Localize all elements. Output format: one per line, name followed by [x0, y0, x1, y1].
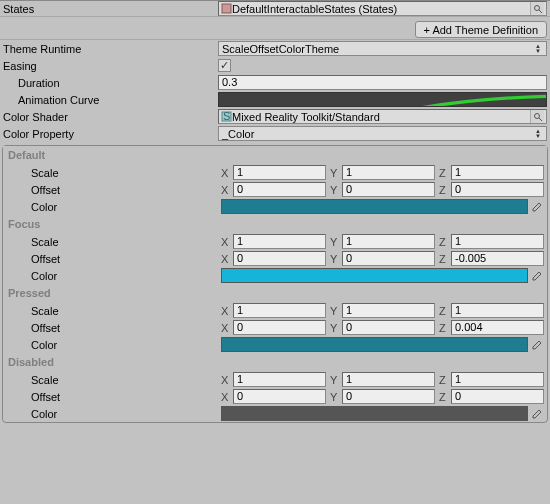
y-label: Y — [330, 184, 342, 196]
offset-y-field[interactable]: 0 — [342, 320, 435, 335]
scale-label: Scale — [6, 167, 221, 179]
offset-x-field[interactable]: 0 — [233, 389, 326, 404]
color-label: Color — [6, 201, 221, 213]
svg-line-6 — [539, 118, 542, 121]
states-asset-icon — [221, 3, 232, 14]
easing-checkbox[interactable]: ✓ — [218, 59, 231, 72]
y-label: Y — [330, 391, 342, 403]
offset-z-field[interactable]: -0.005 — [451, 251, 544, 266]
color-field[interactable] — [221, 199, 528, 214]
animation-curve-field[interactable] — [218, 92, 547, 107]
x-label: X — [221, 184, 233, 196]
scale-x-field[interactable]: 1 — [233, 372, 326, 387]
color-label: Color — [6, 270, 221, 282]
animation-curve-label: Animation Curve — [3, 94, 218, 106]
color-property-dropdown[interactable]: _Color ▲▼ — [218, 126, 547, 141]
theme-runtime-dropdown[interactable]: ScaleOffsetColorTheme ▲▼ — [218, 41, 547, 56]
z-label: Z — [439, 167, 451, 179]
eyedropper-icon[interactable] — [528, 408, 544, 420]
scale-label: Scale — [6, 305, 221, 317]
scale-x-field[interactable]: 1 — [233, 165, 326, 180]
color-shader-field[interactable]: S Mixed Reality Toolkit/Standard — [218, 109, 547, 124]
svg-text:S: S — [223, 111, 230, 122]
eyedropper-icon[interactable] — [528, 339, 544, 351]
x-label: X — [221, 391, 233, 403]
states-object-value: DefaultInteractableStates (States) — [232, 3, 530, 15]
object-picker-icon[interactable] — [530, 110, 544, 123]
color-field[interactable] — [221, 268, 528, 283]
scale-z-field[interactable]: 1 — [451, 165, 544, 180]
offset-z-field[interactable]: 0 — [451, 389, 544, 404]
y-label: Y — [330, 167, 342, 179]
scale-x-field[interactable]: 1 — [233, 303, 326, 318]
offset-x-field[interactable]: 0 — [233, 251, 326, 266]
offset-x-field[interactable]: 0 — [233, 320, 326, 335]
add-theme-definition-label: + Add Theme Definition — [424, 24, 538, 36]
y-label: Y — [330, 236, 342, 248]
duration-label: Duration — [3, 77, 218, 89]
scale-label: Scale — [6, 236, 221, 248]
shader-asset-icon: S — [221, 111, 232, 122]
offset-y-field[interactable]: 0 — [342, 182, 435, 197]
z-label: Z — [439, 236, 451, 248]
scale-y-field[interactable]: 1 — [342, 165, 435, 180]
states-label: States — [3, 3, 218, 15]
color-field[interactable] — [221, 406, 528, 421]
scale-z-field[interactable]: 1 — [451, 234, 544, 249]
x-label: X — [221, 236, 233, 248]
scale-y-field[interactable]: 1 — [342, 303, 435, 318]
y-label: Y — [330, 305, 342, 317]
checkmark-icon: ✓ — [220, 59, 229, 72]
duration-field[interactable]: 0.3 — [218, 75, 547, 90]
color-property-value: _Color — [222, 128, 533, 140]
offset-label: Offset — [6, 391, 221, 403]
scale-y-field[interactable]: 1 — [342, 372, 435, 387]
x-label: X — [221, 374, 233, 386]
svg-point-5 — [534, 113, 539, 118]
color-shader-label: Color Shader — [3, 111, 218, 123]
z-label: Z — [439, 253, 451, 265]
dropdown-arrow-icon: ▲▼ — [533, 129, 543, 139]
scale-z-field[interactable]: 1 — [451, 303, 544, 318]
x-label: X — [221, 167, 233, 179]
state-header-focus: Focus — [3, 215, 547, 233]
x-label: X — [221, 253, 233, 265]
y-label: Y — [330, 253, 342, 265]
x-label: X — [221, 305, 233, 317]
add-theme-definition-button[interactable]: + Add Theme Definition — [415, 21, 547, 38]
curve-icon — [219, 93, 546, 107]
svg-line-2 — [539, 10, 542, 13]
dropdown-arrow-icon: ▲▼ — [533, 44, 543, 54]
z-label: Z — [439, 305, 451, 317]
offset-z-field[interactable]: 0 — [451, 182, 544, 197]
state-header-disabled: Disabled — [3, 353, 547, 371]
offset-label: Offset — [6, 184, 221, 196]
offset-label: Offset — [6, 253, 221, 265]
scale-x-field[interactable]: 1 — [233, 234, 326, 249]
color-field[interactable] — [221, 337, 528, 352]
offset-x-field[interactable]: 0 — [233, 182, 326, 197]
states-object-field[interactable]: DefaultInteractableStates (States) — [218, 1, 547, 16]
svg-rect-0 — [222, 4, 231, 13]
offset-label: Offset — [6, 322, 221, 334]
offset-y-field[interactable]: 0 — [342, 251, 435, 266]
scale-label: Scale — [6, 374, 221, 386]
state-header-default: Default — [3, 146, 547, 164]
color-shader-value: Mixed Reality Toolkit/Standard — [232, 111, 530, 123]
z-label: Z — [439, 374, 451, 386]
easing-label: Easing — [3, 60, 218, 72]
eyedropper-icon[interactable] — [528, 270, 544, 282]
offset-z-field[interactable]: 0.004 — [451, 320, 544, 335]
y-label: Y — [330, 374, 342, 386]
offset-y-field[interactable]: 0 — [342, 389, 435, 404]
z-label: Z — [439, 322, 451, 334]
y-label: Y — [330, 322, 342, 334]
scale-y-field[interactable]: 1 — [342, 234, 435, 249]
theme-runtime-value: ScaleOffsetColorTheme — [222, 43, 533, 55]
object-picker-icon[interactable] — [530, 2, 544, 15]
scale-z-field[interactable]: 1 — [451, 372, 544, 387]
eyedropper-icon[interactable] — [528, 201, 544, 213]
z-label: Z — [439, 391, 451, 403]
x-label: X — [221, 322, 233, 334]
color-property-label: Color Property — [3, 128, 218, 140]
